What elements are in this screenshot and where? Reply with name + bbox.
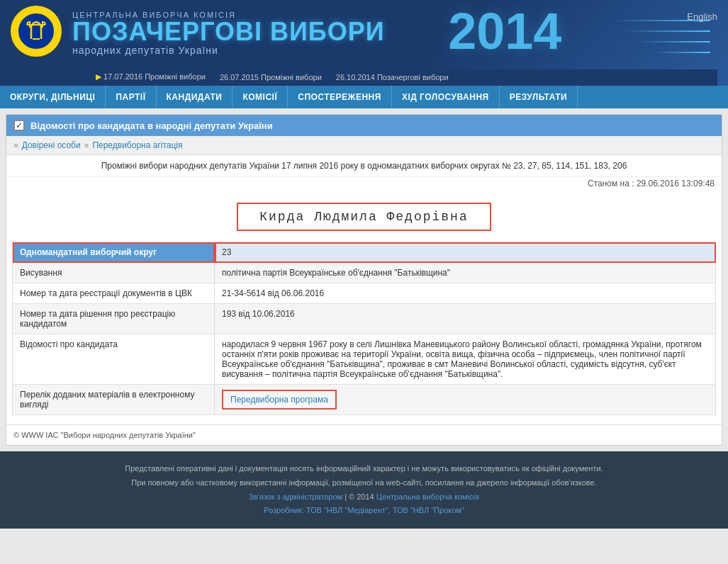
year-display: 2014	[448, 6, 561, 57]
sub-title: народних депутатів України	[72, 45, 385, 56]
main-content: ✓ Відомості про кандидата в народні депу…	[6, 114, 722, 446]
election-link-3[interactable]: 26.10.2014 Позачергові вибори	[336, 73, 449, 81]
candidate-name: Кирда Людмила Федорівна	[237, 203, 491, 231]
logo-emblem	[11, 6, 62, 57]
election-links-bar: 17.07.2016 Проміжні вибори 26.07.2015 Пр…	[11, 69, 717, 86]
footer-text: Представлені оперативні дані і документа…	[11, 462, 717, 518]
footer-line-2: При повному або частковому використанні …	[11, 476, 717, 490]
table-row: Номер та дата реєстрації документів в ЦВ…	[13, 283, 716, 304]
copyright: © WWW ІАС "Вибори народних депутатів Укр…	[6, 424, 722, 445]
nav-parties[interactable]: ПАРТІЇ	[106, 86, 156, 108]
footer-developer: Розробник: ТОВ "НВЛ "Медіарент", ТОВ "НВ…	[11, 504, 717, 518]
table-row: Перелік доданих матеріалів в електронном…	[13, 385, 716, 415]
table-row: Одномандатний виборчий округ 23	[13, 242, 716, 263]
nav-observation[interactable]: СПОСТЕРЕЖЕННЯ	[288, 86, 392, 108]
row-label-reg-doc: Номер та дата реєстрації документів в ЦВ…	[13, 283, 215, 304]
main-title: ПОЗАЧЕРГОВІ ВИБОРИ	[72, 19, 385, 45]
row-value-reg-doc: 21-34-5614 від 06.06.2016	[215, 283, 716, 304]
row-value-bio: народилася 9 червня 1967 року в селі Лиш…	[215, 334, 716, 385]
row-label-reg-decision: Номер та дата рішення про реєстрацію кан…	[13, 304, 215, 334]
nav-commissions[interactable]: КОМІСІЇ	[233, 86, 288, 108]
section-header: ✓ Відомості про кандидата в народні депу…	[6, 115, 722, 136]
row-value-materials: Передвиборна програма	[215, 385, 716, 415]
section-title: Відомості про кандидата в народні депута…	[30, 120, 273, 131]
row-value-reg-decision: 193 від 10.06.2016	[215, 304, 716, 334]
table-row: Висування політична партія Всеукраїнське…	[13, 263, 716, 283]
footer-separator: | © 2014	[345, 492, 374, 501]
nav-districts[interactable]: ОКРУГИ, ДІЛЬНИЦІ	[0, 86, 106, 108]
english-link[interactable]: English	[687, 11, 717, 22]
footer-links: Зв'язок з адміністратором | © 2014 Центр…	[11, 490, 717, 504]
row-label-materials: Перелік доданих матеріалів в електронном…	[13, 385, 215, 415]
nav-voting-progress[interactable]: ХІД ГОЛОСУВАННЯ	[392, 86, 500, 108]
nav-results[interactable]: РЕЗУЛЬТАТИ	[500, 86, 578, 108]
election-link-2[interactable]: 26.07.2015 Проміжні вибори	[220, 73, 322, 81]
election-link-1[interactable]: 17.07.2016 Проміжні вибори	[96, 72, 206, 81]
breadcrumb-item-2[interactable]: Передвиборна агітація	[92, 140, 182, 150]
row-value-district: 23	[215, 242, 716, 263]
footer: Представлені оперативні дані і документа…	[0, 451, 728, 529]
breadcrumb: » Довірені особи » Передвиборна агітація	[6, 136, 722, 155]
nav-candidates[interactable]: КАНДИДАТИ	[157, 86, 233, 108]
navbar: ОКРУГИ, ДІЛЬНИЦІ ПАРТІЇ КАНДИДАТИ КОМІСІ…	[0, 86, 728, 108]
program-link[interactable]: Передвиборна програма	[222, 390, 337, 410]
table-row: Відомості про кандидата народилася 9 чер…	[13, 334, 716, 385]
footer-admin-link[interactable]: Зв'язок з адміністратором	[249, 492, 342, 501]
date-status: Станом на : 29.06.2016 13:09:48	[6, 177, 722, 192]
candidate-info-table: Одномандатний виборчий округ 23 Висуванн…	[12, 242, 716, 415]
breadcrumb-item-1[interactable]: Довірені особи	[22, 140, 81, 150]
row-value-nomination: політична партія Всеукраїнське об'єднанн…	[215, 263, 716, 283]
footer-line-1: Представлені оперативні дані і документа…	[11, 462, 717, 476]
data-table-wrapper: Одномандатний виборчий округ 23 Висуванн…	[6, 242, 722, 421]
table-row: Номер та дата рішення про реєстрацію кан…	[13, 304, 716, 334]
row-label-district: Одномандатний виборчий округ	[13, 242, 215, 263]
breadcrumb-arrow-2: »	[84, 140, 89, 150]
row-label-nomination: Висування	[13, 263, 215, 283]
footer-cvk-link[interactable]: Центральна виборча комісія	[376, 492, 479, 501]
site-header: English ЦЕНТРАЛЬНА ВИБОРЧА КОМІСІЯ ПОЗАЧ…	[0, 0, 728, 86]
section-checkbox[interactable]: ✓	[13, 120, 25, 131]
election-notice: Проміжні вибори народних депутатів Украї…	[6, 155, 722, 177]
candidate-name-box: Кирда Людмила Федорівна	[6, 192, 722, 242]
row-label-bio: Відомості про кандидата	[13, 334, 215, 385]
breadcrumb-arrow-1: »	[13, 140, 18, 150]
